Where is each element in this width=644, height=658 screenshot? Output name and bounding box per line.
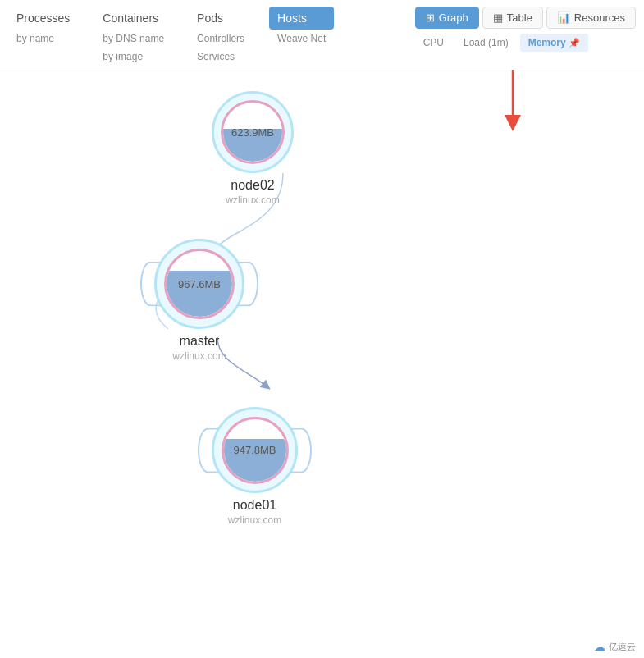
tab-load[interactable]: Load (1m) xyxy=(455,34,517,52)
nav-containers-byimage[interactable]: by image xyxy=(94,48,172,66)
master-memory-label: 967.6MB xyxy=(178,278,221,290)
nav-hosts-weavenet[interactable]: Weave Net xyxy=(269,30,334,48)
nav-pods-controllers[interactable]: Controllers xyxy=(189,30,253,48)
nav-hosts[interactable]: Hosts xyxy=(269,7,334,30)
right-tabs-panel: ⊞ Graph ▦ Table 📊 Resources CPU Load (1m… xyxy=(415,7,636,52)
nav-processes[interactable]: Processes xyxy=(8,7,78,30)
tab-table-label: Table xyxy=(507,11,532,24)
watermark-icon: ☁ xyxy=(594,640,605,653)
nav-group-containers: Containers by DNS name by image xyxy=(94,7,172,66)
resources-icon: 📊 xyxy=(557,11,570,24)
master-name: master xyxy=(180,334,220,349)
watermark: ☁ 亿速云 xyxy=(594,640,636,653)
connections-svg xyxy=(0,66,644,641)
nav-group-pods: Pods Controllers Services xyxy=(189,7,253,66)
table-icon: ▦ xyxy=(493,11,503,24)
node01-domain: wzlinux.com xyxy=(228,514,281,526)
resource-tabs-row: CPU Load (1m) Memory 📌 xyxy=(415,34,636,52)
nav-processes-byname[interactable]: by name xyxy=(8,30,78,48)
nav-pods-services[interactable]: Services xyxy=(189,48,253,66)
node02-domain: wzlinux.com xyxy=(226,194,279,206)
watermark-text: 亿速云 xyxy=(609,641,636,653)
nav-containers-bydns[interactable]: by DNS name xyxy=(94,30,172,48)
tab-resources[interactable]: 📊 Resources xyxy=(546,7,636,29)
tab-graph[interactable]: ⊞ Graph xyxy=(415,7,479,29)
nav-pods[interactable]: Pods xyxy=(189,7,253,30)
node02-memory-label: 623.9MB xyxy=(231,126,274,139)
view-tabs-row: ⊞ Graph ▦ Table 📊 Resources xyxy=(415,7,636,29)
graph-icon: ⊞ xyxy=(426,11,435,24)
tab-cpu[interactable]: CPU xyxy=(415,34,452,52)
nav-group-processes: Processes by name xyxy=(8,7,78,48)
node02-name: node02 xyxy=(231,178,274,193)
top-navigation: Processes by name Containers by DNS name… xyxy=(0,0,644,66)
tab-memory[interactable]: Memory 📌 xyxy=(520,34,588,52)
node01-memory-label: 947.8MB xyxy=(233,444,276,456)
tab-graph-label: Graph xyxy=(439,11,468,24)
master-domain: wzlinux.com xyxy=(172,350,226,362)
pin-icon: 📌 xyxy=(569,38,580,48)
node01-name: node01 xyxy=(233,498,276,513)
memory-label: Memory xyxy=(528,37,566,48)
tab-table[interactable]: ▦ Table xyxy=(482,7,543,29)
graph-area: 623.9MB node02 wzlinux.com 967.6MB maste… xyxy=(0,66,644,641)
tab-resources-label: Resources xyxy=(574,11,625,24)
node-master[interactable]: 967.6MB master wzlinux.com xyxy=(154,239,244,362)
node-node01[interactable]: 947.8MB node01 wzlinux.com xyxy=(212,407,298,526)
nav-group-hosts: Hosts Weave Net xyxy=(269,7,334,48)
nav-containers[interactable]: Containers xyxy=(94,7,172,30)
node-node02[interactable]: 623.9MB node02 wzlinux.com xyxy=(212,91,294,206)
